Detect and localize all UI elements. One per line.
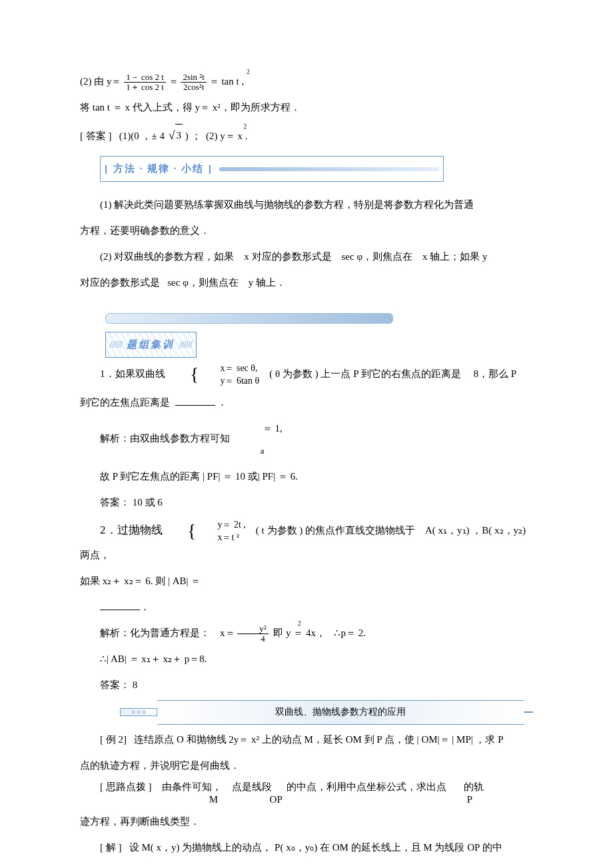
- method-summary-box: [ 方法 · 规律 · 小结 ]: [100, 156, 444, 182]
- hatch-right: //////: [179, 339, 192, 350]
- q2-blank-line: ．: [80, 596, 533, 618]
- note2: (2) 对双曲线的参数方程，如果 x 对应的参数形式是 sec φ，则焦点在 x…: [80, 246, 533, 268]
- page: (2) 由 y＝ 1－ cos 2 t 1＋ cos 2 t ＝ 2sin ²t…: [0, 0, 613, 868]
- q2-line1: 2．过抛物线 { y＝ 2t , x＝t ² ( t 为参数 ) 的焦点作直线交…: [80, 518, 533, 566]
- ex2-sol-label: [ 解 ]: [100, 842, 122, 853]
- eq2-prefix: (2) 由 y＝: [80, 76, 122, 87]
- eq-sign: ＝: [169, 76, 179, 87]
- stray-sup: 2: [247, 68, 250, 75]
- decorative-strip: [105, 313, 393, 324]
- q1-mid-b: 8，那么 P: [473, 368, 516, 379]
- q1-mid-a: ( θ 为参数 ) 上一点 P 到它的右焦点的距离是: [269, 368, 460, 379]
- q2-frac: y² 4: [237, 624, 268, 644]
- hatch-left: //////: [110, 339, 123, 350]
- eq2-line2: 将 tan t ＝ x 代入上式，得 y＝ x²，即为所求方程．: [80, 97, 533, 119]
- answer-p2-sup: 2: [243, 123, 247, 130]
- banner-right-cap: [524, 711, 533, 713]
- q1-sol2: 故 P 到它左焦点的距离 | PF| ＝ 10 或| PF| ＝ 6.: [80, 466, 533, 488]
- q2-blank: [100, 600, 140, 610]
- q1-blank: [175, 395, 215, 406]
- example-2-banner: 双曲线、抛物线参数方程的应用: [120, 700, 533, 725]
- q2-sol2: ∴| AB| ＝ x₁＋ x₂＋ p＝8.: [80, 648, 533, 670]
- ex2-hint: [ 思路点拨 ] 由条件可知， 点是线段 的中点，利用中点坐标公式，求出点 的轨…: [80, 781, 533, 807]
- ex2-hint-tail: 迹方程，再判断曲线类型．: [80, 811, 533, 833]
- answer-p1a: (1)(0 ，± 4: [119, 131, 167, 141]
- page-number: 2: [527, 866, 533, 868]
- q1-ans: 答案： 10 或 6: [80, 492, 533, 514]
- frac-1: 1－ cos 2 t 1＋ cos 2 t: [124, 73, 166, 93]
- q2-prefix: 2．过抛物线: [100, 524, 163, 536]
- ex2-sol: [ 解 ] 设 M( x，y) 为抛物线上的动点， P( x₀，y₀) 在 OM…: [80, 837, 533, 859]
- tizu-jixun-box: ////// 题组集训 //////: [105, 332, 197, 358]
- ex2-hint-label: [ 思路点拨 ]: [100, 781, 152, 792]
- ex2-line1b: 点的轨迹方程，并说明它是何曲线．: [80, 755, 533, 777]
- q1-param-brace: { x＝ sec θ, y＝ 6tan θ: [170, 362, 259, 388]
- method-summary-bar: [219, 167, 439, 171]
- eq2-suffix: ＝ tan t ,: [209, 76, 245, 87]
- q1-line1: 1．如果双曲线 { x＝ sec θ, y＝ 6tan θ ( θ 为参数 ) …: [80, 362, 533, 388]
- sqrt-3: 3: [167, 123, 183, 149]
- answer-p1b: ) ；: [185, 131, 201, 141]
- ex2-line1: [ 例 2] 连结原点 O 和抛物线 2y＝ x² 上的动点 M，延长 OM 到…: [80, 729, 533, 751]
- note1: (1) 解决此类问题要熟练掌握双曲线与抛物线的参数方程，特别是将参数方程化为普通: [80, 194, 533, 216]
- q1-sol1: 解析：由双曲线参数方程可知 ＝ 1, a: [80, 418, 533, 462]
- note3: 对应的参数形式是 sec φ，则焦点在 y 轴上．: [80, 272, 533, 294]
- note1b: 方程，还要明确参数的意义．: [80, 220, 533, 242]
- tizu-jixun-label: 题组集训: [127, 339, 175, 350]
- q2-mid-a: ( t 为参数 ) 的焦点作直线交抛物线于: [256, 525, 415, 536]
- frac-2: 2sin ²t 2cos²t: [181, 73, 206, 93]
- q2-sol1: 解析：化为普通方程是： x＝ y² 4 即 y ＝ 4x， 2 ∴p＝ 2.: [80, 622, 533, 644]
- banner-title: 双曲线、抛物线参数方程的应用: [157, 700, 524, 725]
- ex2-label: [ 例 2]: [100, 734, 127, 745]
- answer-p2a: (2) y＝ x .: [206, 131, 248, 141]
- answer-label: [ 答案 ]: [80, 131, 112, 141]
- q2-param-brace: { y＝ 2t , x＝t ²: [167, 518, 246, 544]
- q2-line2: 如果 x₂＋ x₂＝ 6. 则 | AB| ＝: [80, 570, 533, 592]
- q1-line2: 到它的左焦点距离是 ．: [80, 392, 533, 414]
- banner-left-cell: [120, 708, 157, 716]
- q1-prefix: 1．如果双曲线: [100, 368, 165, 379]
- answer-line: [ 答案 ] (1)(0 ，± 4 3 ) ； (2) y＝ x . 2: [80, 123, 533, 149]
- q2-ans: 答案： 8: [80, 674, 533, 696]
- method-summary-label: [ 方法 · 规律 · 小结 ]: [105, 158, 213, 180]
- eq2-derivation: (2) 由 y＝ 1－ cos 2 t 1＋ cos 2 t ＝ 2sin ²t…: [80, 71, 533, 93]
